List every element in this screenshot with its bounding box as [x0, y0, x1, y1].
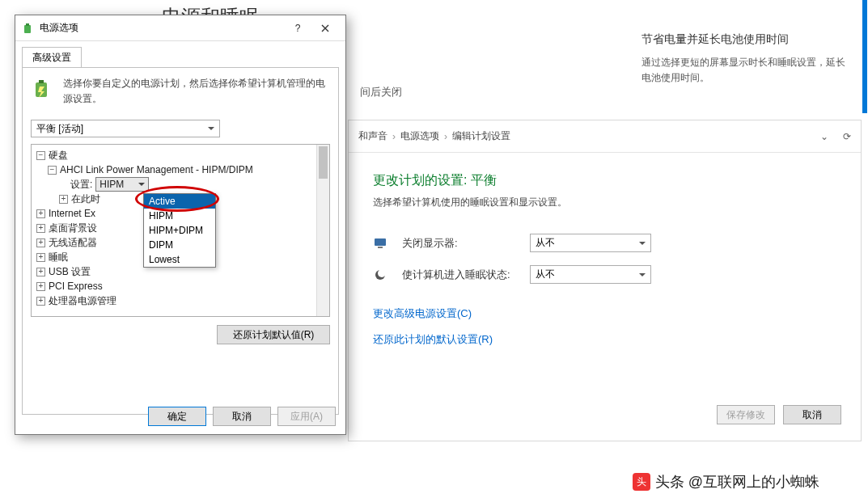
advanced-link[interactable]: 更改高级电源设置(C): [373, 306, 836, 321]
expand-icon[interactable]: +: [36, 282, 45, 291]
display-off-row: 关闭显示器: 从不: [373, 234, 836, 252]
ok-button[interactable]: 确定: [148, 407, 206, 426]
expand-icon[interactable]: +: [36, 224, 45, 233]
settings-tree[interactable]: −硬盘 −AHCI Link Power Management - HIPM/D…: [31, 144, 330, 317]
sleep-select[interactable]: 从不: [530, 265, 651, 284]
scrollbar[interactable]: [316, 145, 329, 316]
drop-item-hipm[interactable]: HIPM: [144, 209, 215, 223]
tree-after[interactable]: 在此时: [71, 192, 100, 206]
svg-rect-7: [39, 80, 44, 83]
battery-icon: [22, 22, 35, 35]
plan-settings-body: 更改计划的设置: 平衡 选择希望计算机使用的睡眠设置和显示设置。 关闭显示器: …: [349, 153, 861, 366]
expand-icon[interactable]: +: [36, 253, 45, 262]
hint: 选择你要自定义的电源计划，然后选择你希望计算机管理的电源设置。: [31, 76, 330, 107]
tree-ahci[interactable]: AHCI Link Power Management - HIPM/DIPM: [60, 164, 253, 175]
setting-combo[interactable]: HIPM: [95, 177, 149, 192]
tree-pci[interactable]: PCI Express: [49, 281, 103, 292]
watermark: 头 头条 @互联网上的小蜘蛛: [633, 472, 819, 492]
tree-cpu[interactable]: 处理器电源管理: [49, 294, 116, 308]
hint-text: 选择你要自定义的电源计划，然后选择你希望计算机管理的电源设置。: [63, 76, 330, 107]
accent-bar: [862, 0, 867, 113]
watermark-text: 头条 @互联网上的小蜘蛛: [655, 472, 819, 492]
svg-rect-5: [26, 23, 29, 26]
expand-icon[interactable]: +: [36, 238, 45, 247]
help-button[interactable]: ?: [284, 17, 311, 40]
breadcrumb[interactable]: 和声音› 电源选项› 编辑计划设置: [358, 129, 510, 143]
refresh-icon[interactable]: ⟳: [838, 128, 856, 146]
plan-select[interactable]: 平衡 [活动]: [31, 120, 220, 137]
bg-side-text: 通过选择更短的屏幕显示时长和睡眠设置，延长电池使用时间。: [641, 55, 852, 86]
svg-rect-0: [375, 238, 386, 246]
expand-icon[interactable]: +: [59, 195, 68, 204]
crumb[interactable]: 和声音: [358, 129, 387, 143]
svg-rect-4: [24, 25, 31, 33]
tree-wifi[interactable]: 无线适配器: [49, 236, 97, 250]
breadcrumb-bar: 和声音› 电源选项› 编辑计划设置 ⌄ ⟳: [349, 120, 861, 153]
save-button: 保存修改: [717, 405, 775, 424]
chevron-down-icon[interactable]: ⌄: [815, 128, 833, 146]
tab-strip: 高级设置: [15, 41, 345, 67]
bg-snippet: 间后关闭: [360, 85, 402, 99]
restore-defaults-button[interactable]: 还原计划默认值(R): [217, 325, 330, 344]
setting-dropdown[interactable]: Active HIPM HIPM+DIPM DIPM Lowest: [143, 193, 216, 268]
apply-button: 应用(A): [277, 407, 336, 426]
tab-advanced[interactable]: 高级设置: [22, 47, 82, 68]
cancel-button[interactable]: 取消: [783, 405, 841, 424]
expand-icon[interactable]: +: [36, 268, 45, 276]
expand-icon[interactable]: +: [36, 297, 45, 306]
sleep-row: 使计算机进入睡眠状态: 从不: [373, 265, 836, 284]
drop-item-hipmdipm[interactable]: HIPM+DIPM: [144, 223, 215, 238]
page-subtitle: 选择希望计算机使用的睡眠设置和显示设置。: [373, 196, 836, 209]
svg-rect-1: [378, 247, 383, 248]
drop-item-dipm[interactable]: DIPM: [144, 238, 215, 252]
power-options-dialog: 电源选项 ? 高级设置 选择你要自定义的电源计划，然后选择你希望计算机管理的电源…: [15, 15, 346, 435]
scrollbar-thumb[interactable]: [319, 146, 328, 179]
title-bar[interactable]: 电源选项 ?: [15, 15, 345, 41]
cancel-button[interactable]: 取消: [213, 407, 271, 426]
monitor-icon: [373, 236, 387, 251]
control-panel-window: 和声音› 电源选项› 编辑计划设置 ⌄ ⟳ 更改计划的设置: 平衡 选择希望计算…: [348, 120, 862, 441]
collapse-icon[interactable]: −: [36, 151, 45, 160]
tree-ie[interactable]: Internet Ex: [49, 208, 95, 219]
crumb[interactable]: 编辑计划设置: [452, 129, 510, 143]
collapse-icon[interactable]: −: [48, 166, 57, 175]
battery-large-icon: [31, 76, 55, 100]
close-button[interactable]: [311, 17, 339, 40]
sleep-label: 使计算机进入睡眠状态:: [402, 268, 515, 282]
svg-point-3: [378, 269, 386, 277]
bg-sidebar: 节省电量并延长电池使用时间 通过选择更短的屏幕显示时长和睡眠设置，延长电池使用时…: [641, 32, 852, 86]
tree-sleep[interactable]: 睡眠: [49, 251, 68, 264]
drop-item-active[interactable]: Active: [144, 194, 215, 209]
tab-panel: 选择你要自定义的电源计划，然后选择你希望计算机管理的电源设置。 平衡 [活动] …: [22, 67, 339, 415]
expand-icon[interactable]: +: [36, 209, 45, 218]
dialog-title: 电源选项: [40, 21, 284, 35]
toutiao-logo-icon: 头: [633, 473, 650, 491]
links: 更改高级电源设置(C) 还原此计划的默认设置(R): [373, 306, 836, 347]
tree-desktop[interactable]: 桌面背景设: [49, 222, 97, 235]
crumb[interactable]: 电源选项: [400, 129, 439, 143]
tree-usb[interactable]: USB 设置: [49, 265, 91, 279]
restore-defaults-link[interactable]: 还原此计划的默认设置(R): [373, 332, 836, 347]
tree-disk[interactable]: 硬盘: [49, 149, 68, 162]
display-off-select[interactable]: 从不: [530, 234, 651, 252]
setting-label: 设置:: [70, 178, 92, 192]
drop-item-lowest[interactable]: Lowest: [144, 252, 215, 267]
display-off-label: 关闭显示器:: [402, 236, 515, 251]
bg-side-heading: 节省电量并延长电池使用时间: [641, 32, 852, 47]
moon-icon: [373, 268, 387, 282]
page-title: 更改计划的设置: 平衡: [373, 172, 836, 189]
setting-row: 设置: HIPM: [36, 177, 324, 192]
